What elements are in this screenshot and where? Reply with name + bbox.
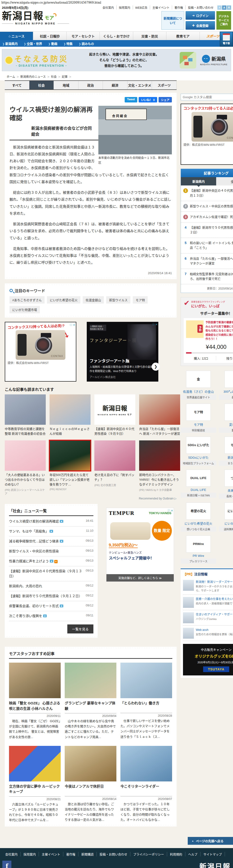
- ad-info-icon[interactable]: ⓘ ✕: [168, 508, 173, 512]
- utility-link[interactable]: 会社案内: [100, 5, 116, 9]
- news-list-item[interactable]: サンマ、もはや「高級魚」 11:10: [9, 526, 93, 536]
- utility-link[interactable]: 採用案内: [116, 5, 133, 9]
- footer-link[interactable]: ヘルプ: [186, 852, 201, 857]
- disaster-banner-ad[interactable]: そなえる防災 - DISASTER PREVENTION - 起きたら怖い、地震…: [2, 49, 231, 71]
- pr-item[interactable]: 医療・介護の仕事を考えたい方へ 県内の求人・資格情報が満載です: [183, 595, 233, 610]
- subnav-link[interactable]: 読みもの: [79, 41, 94, 46]
- outbrain-credit[interactable]: Recommended by Outbrain ▷: [5, 497, 176, 500]
- staff-pick-card[interactable]: 今こそリターンライダー 2020/08/07 かつてはライダーだった。１０年ほど…: [121, 746, 172, 823]
- breadcrumb-item[interactable]: 社会: [51, 75, 57, 79]
- subnav-link[interactable]: 新潟県内: [2, 41, 18, 46]
- utility-link[interactable]: WEB広告: [133, 5, 150, 9]
- related-article-card[interactable]: 中等教育学校の実績と課題を整理 新潟で有識者委の初会合: [5, 394, 46, 436]
- back-to-top-button[interactable]: ページの先頭へ戻る: [188, 837, 233, 845]
- nav-tab[interactable]: 教育モア: [166, 32, 200, 40]
- font-size-large-button[interactable]: A: [227, 5, 231, 10]
- related-article-card[interactable]: ＮｅｇｉｃｃｏのＭｅｇｕさんが結婚: [49, 394, 91, 436]
- nav-tab[interactable]: 社説・日報抄: [33, 32, 66, 40]
- login-button[interactable]: ➜ログイン: [186, 11, 215, 20]
- category-tab[interactable]: 政治: [78, 81, 103, 89]
- fantasy-art-ad[interactable]: ⓘ ✕ 入場無料 絵画・版画展示販売会 ファンタジーアート展 ファンタジーアート…: [87, 322, 158, 381]
- sidebar-camera-ad[interactable]: コンタックスT2持ってる人は必見!? CONTAX ↘ 提供：株式会社WIN-W…: [180, 104, 233, 165]
- news-list-item[interactable]: 新潟県内、大雨の恐れ 09/12: [9, 581, 93, 591]
- ranking-item[interactable]: 2 新型ウイルス・中央区の男性感染: [181, 201, 233, 212]
- footer-link[interactable]: 利用規約: [167, 852, 186, 857]
- ad-cta-link[interactable]: 実施店舗など、詳しくはこちら ≫: [106, 574, 174, 582]
- breadcrumb-item[interactable]: 記事: [62, 75, 68, 79]
- carousel-next-icon[interactable]: ❯: [152, 363, 160, 371]
- news-list-item[interactable]: 新型ウイルス・中央区の男性感染 09/13: [9, 547, 93, 556]
- nav-tab[interactable]: ⌂ ニュース: [0, 32, 33, 40]
- category-tab[interactable]: すべて: [5, 81, 29, 89]
- font-size-medium-button[interactable]: A: [222, 5, 226, 10]
- category-tab[interactable]: 地域: [54, 81, 78, 89]
- tsutaya-banner[interactable]: 中古販売キャンペーン オリジナルグッズをGET! 2020年9月1日(火)〜9月…: [183, 644, 233, 675]
- sidebar-widget[interactable]: PRWire PR Wire プレスリリース: [180, 535, 216, 564]
- footer-link[interactable]: 新聞購読: [78, 852, 97, 857]
- news-list-item[interactable]: ウイルス禍受け差別の解消再確認 16:41: [9, 517, 93, 526]
- category-tab[interactable]: 社会: [29, 81, 54, 89]
- footer-link[interactable]: サイトマップ: [201, 852, 225, 857]
- related-article-card[interactable]: 新潟日報 NIIGATA NIPPO MORE モア 【速報】新潟中央区の４０代…: [94, 394, 135, 436]
- staff-pick-card[interactable]: 「とらわれない」働き方 2020/08/28 仕事で新しいサービスを使い始めた。…: [121, 662, 172, 740]
- keyword-tag[interactable]: にいがた希望の花火: [47, 296, 80, 304]
- nav-tab[interactable]: くらし・おでかけ: [100, 32, 133, 40]
- ad-close-icon[interactable]: ✕: [73, 323, 75, 326]
- tweet-button[interactable]: Tweet: [125, 97, 137, 102]
- font-size-small-button[interactable]: A: [218, 5, 222, 10]
- ranking-item[interactable]: 7 柏崎女性監禁事件 元受刑者は2017年ごろ、出所後千葉で死亡: [181, 269, 233, 284]
- breadcrumb-item[interactable]: 新潟県内のニュース: [21, 75, 46, 79]
- digital-edition-button[interactable]: 電子版: [220, 32, 233, 47]
- news-list-item[interactable]: 減る戦争経験世代…記憶どう継承 09/13: [9, 536, 93, 547]
- footer-link[interactable]: 著作権: [63, 852, 78, 857]
- like-button[interactable]: いいね！ 0: [139, 97, 157, 102]
- subscribe-button[interactable]: 新聞購読について: [161, 11, 184, 30]
- related-article-card[interactable]: 弁当店「たわら屋」一部復活へ 新潟・ハマタクシーが運営: [139, 394, 180, 436]
- tempur-ad[interactable]: ⓘ ✕ TEMPUR TOKYU HANDS 数量 限定 9,350円(税込)〜…: [106, 508, 174, 582]
- subnav-link[interactable]: 動画: [48, 41, 57, 46]
- ranking-tab[interactable]: 新潟県内: [181, 177, 216, 185]
- category-tab[interactable]: スポーツ: [152, 81, 176, 89]
- related-article-card[interactable]: 「大人の便秘薬あるある」いつ出るかわからなくて今日はのめない？ (PR) 武田コ…: [5, 440, 46, 495]
- search-input[interactable]: [180, 94, 233, 100]
- sidebar-widget[interactable]: 金 佐渡島（さど）の金山 世界遺産応援サイト: [180, 371, 216, 400]
- keyword-tag[interactable]: にいがた特選市場: [9, 306, 40, 313]
- related-article-card[interactable]: 新時代のコンパクトカー、YARIS！今にも動き出しそうなダイナミックデザイン (…: [139, 440, 180, 495]
- news-list-item[interactable]: 性暴力撲滅に声を上げよう+ 09/13: [9, 556, 93, 566]
- digital-service-button[interactable]: デジタルサービスご案内: [217, 11, 231, 30]
- ad-info-icon[interactable]: ⓘ ✕: [70, 323, 75, 327]
- view-all-button[interactable]: 一覧を見る: [67, 624, 93, 633]
- sidebar-widget[interactable]: SDGs にいがた SDGsにいがた 地域創生プラットフォーム: [180, 437, 216, 466]
- ranking-tab[interactable]: 全国: [216, 177, 233, 185]
- utility-link[interactable]: 主催イベント: [150, 5, 172, 9]
- staff-pick-card[interactable]: 立方体の宇宙に夢中 ルービックキューブ 2020/08/21 六面立体パズル「ル…: [9, 746, 61, 823]
- staff-pick-card[interactable]: グランピング 豪華なキャンプ体験 2020/09/04 山や木々の緑を眺めながら…: [65, 662, 116, 740]
- sidebar-widget[interactable]: DUAL LIFE DUAL LIFE 新潟日報 × ISETAN: [180, 470, 216, 499]
- sidebar-widget[interactable]: モア特 モア特 特別報道班: [180, 404, 216, 433]
- subnav-link[interactable]: 全国・世界: [24, 41, 42, 46]
- crowdfunding-widget[interactable]: ✔ 未来を創るクラウドファンディング にいがた、いっぽ サポーター募集中！ 予防…: [180, 297, 233, 366]
- footer-link[interactable]: 会社案内: [2, 852, 21, 857]
- breadcrumb-item[interactable]: ホーム: [7, 75, 15, 79]
- category-tab[interactable]: 経済: [103, 81, 128, 89]
- news-list-item[interactable]: 【速報】新潟中央区の４０代男性感染（９月１３日） 09/13: [9, 566, 93, 581]
- footer-link[interactable]: 主催イベント: [39, 852, 63, 857]
- keyword-tag[interactable]: #あちこちのすずさん: [9, 296, 44, 304]
- ad-info-icon[interactable]: ⓘ ✕: [152, 322, 158, 326]
- pr-item[interactable]: 住まいのアイディア・サポートが満載 ハウジングJumka: [183, 610, 233, 626]
- ranking-item[interactable]: 5 和の装いに一新 イートインも 魚沼の菓子店「ことう」: [181, 238, 233, 253]
- sidebar-widget[interactable]: 希望の花火 にいがた希望の花火 想いつなぐ花火企画: [180, 502, 216, 532]
- keyword-tag[interactable]: 新型ウイルス: [106, 296, 130, 304]
- footer-link[interactable]: 採用案内: [21, 852, 39, 857]
- nav-tab[interactable]: 災害・防災: [133, 32, 166, 40]
- utility-link[interactable]: 著作権: [172, 5, 186, 9]
- sidebar-widget[interactable]: にいがた特選 にいがた特選市場 送料無料キャンペーン: [219, 502, 233, 532]
- pr-item[interactable]: Web assh 女性のための情報誌を更新（毎週金曜）: [183, 626, 233, 641]
- ranking-item[interactable]: 1 【速報】新潟中央区の４０代男性感染（９月１３日）: [181, 185, 233, 201]
- keyword-tag[interactable]: 佐渡金銀山: [83, 296, 104, 304]
- sidebar-widget[interactable]: モノコト 新潟モノコト ＢＳＮ連携企画: [219, 437, 233, 466]
- staff-pick-card[interactable]: 映画「瞽女 GOZE」 心揺さぶる唄と旅の生涯 小林ハルさん 2020/09/1…: [9, 662, 61, 740]
- ranking-item[interactable]: 6 弁当店「たわら屋」一部復活へ 新潟・ハマタクシーが運営: [181, 253, 233, 269]
- site-logo[interactable]: 新潟日報 モア NIIGATA NIPPO MORE: [2, 11, 69, 25]
- category-tab[interactable]: 文化・エンタメ: [128, 81, 152, 89]
